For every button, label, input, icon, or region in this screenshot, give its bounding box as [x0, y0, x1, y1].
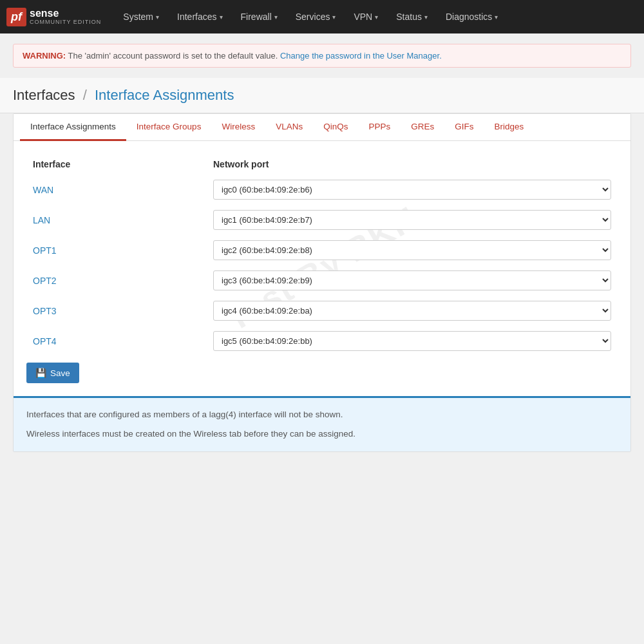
select-opt4[interactable]: igc5 (60:be:b4:09:2e:bb) — [213, 331, 611, 351]
page-header: Interfaces / Interface Assignments — [0, 78, 644, 113]
tab-gres[interactable]: GREs — [401, 114, 444, 141]
tab-qinqs[interactable]: QinQs — [313, 114, 358, 141]
table-row: OPT3igc4 (60:be:b4:09:2e:ba) — [26, 296, 618, 326]
table-area-wrap: Test By BKH Interface Network port WANig… — [14, 141, 630, 396]
interface-name-opt3[interactable]: OPT3 — [26, 296, 207, 326]
save-label: Save — [50, 368, 70, 378]
table-row: LANigc1 (60:be:b4:09:2e:b7) — [26, 205, 618, 235]
save-icon: 💾 — [35, 368, 46, 378]
nav-item-system[interactable]: System ▾ — [114, 0, 168, 33]
brand-name: sense — [30, 8, 101, 19]
chevron-down-icon: ▾ — [332, 14, 336, 21]
interface-table: Interface Network port WANigc0 (60:be:b4… — [26, 154, 618, 356]
table-row: OPT2igc3 (60:be:b4:09:2e:b9) — [26, 265, 618, 296]
tab-interface-assignments[interactable]: Interface Assignments — [20, 114, 126, 141]
save-button[interactable]: 💾 Save — [26, 363, 79, 383]
interface-name-lan[interactable]: LAN — [26, 205, 207, 235]
main-content: Interface Assignments Interface Groups W… — [13, 113, 631, 452]
logo-pf: pf — [6, 8, 26, 26]
table-row: OPT1igc2 (60:be:b4:09:2e:b8) — [26, 235, 618, 265]
network-port-select-lan: igc1 (60:be:b4:09:2e:b7) — [207, 205, 618, 235]
select-wan[interactable]: igc0 (60:be:b4:09:2e:b6) — [213, 180, 611, 200]
info-box: Interfaces that are configured as member… — [14, 396, 630, 451]
breadcrumb-root: Interfaces — [13, 87, 75, 103]
interface-name-wan[interactable]: WAN — [26, 175, 207, 205]
nav-menu: System ▾ Interfaces ▾ Firewall ▾ Service… — [114, 0, 507, 33]
warning-link[interactable]: Change the password in the User Manager. — [280, 51, 442, 61]
tab-interface-groups[interactable]: Interface Groups — [126, 114, 212, 141]
network-port-select-opt3: igc4 (60:be:b4:09:2e:ba) — [207, 296, 618, 326]
select-opt3[interactable]: igc4 (60:be:b4:09:2e:ba) — [213, 301, 611, 321]
network-port-select-opt2: igc3 (60:be:b4:09:2e:b9) — [207, 265, 618, 296]
chevron-down-icon: ▾ — [375, 14, 378, 21]
tab-bridges[interactable]: Bridges — [484, 114, 534, 141]
interface-name-opt1[interactable]: OPT1 — [26, 235, 207, 265]
select-opt2[interactable]: igc3 (60:be:b4:09:2e:b9) — [213, 270, 611, 290]
brand: pf sense COMMUNITY EDITION — [6, 8, 101, 26]
chevron-down-icon: ▾ — [156, 14, 159, 21]
breadcrumb-current: Interface Assignments — [95, 87, 234, 103]
breadcrumb-separator: / — [83, 87, 87, 103]
nav-item-firewall[interactable]: Firewall ▾ — [232, 0, 287, 33]
network-port-select-wan: igc0 (60:be:b4:09:2e:b6) — [207, 175, 618, 205]
interface-name-opt4[interactable]: OPT4 — [26, 326, 207, 356]
warning-banner: WARNING: The 'admin' account password is… — [13, 44, 631, 68]
tab-gifs[interactable]: GIFs — [444, 114, 484, 141]
table-row: OPT4igc5 (60:be:b4:09:2e:bb) — [26, 326, 618, 356]
interface-table-area: Interface Network port WANigc0 (60:be:b4… — [14, 141, 630, 396]
tab-ppps[interactable]: PPPs — [358, 114, 401, 141]
col-header-network-port: Network port — [207, 154, 618, 175]
nav-item-vpn[interactable]: VPN ▾ — [345, 0, 387, 33]
brand-edition: COMMUNITY EDITION — [30, 19, 101, 25]
col-header-interface: Interface — [26, 154, 207, 175]
chevron-down-icon: ▾ — [220, 14, 223, 21]
warning-label: WARNING: — [23, 51, 66, 61]
chevron-down-icon: ▾ — [495, 14, 498, 21]
chevron-down-icon: ▾ — [424, 14, 428, 21]
interface-name-opt2[interactable]: OPT2 — [26, 265, 207, 296]
table-row: WANigc0 (60:be:b4:09:2e:b6) — [26, 175, 618, 205]
warning-message: The 'admin' account password is set to t… — [66, 51, 280, 61]
select-lan[interactable]: igc1 (60:be:b4:09:2e:b7) — [213, 210, 611, 230]
tab-bar: Interface Assignments Interface Groups W… — [14, 114, 630, 141]
select-opt1[interactable]: igc2 (60:be:b4:09:2e:b8) — [213, 240, 611, 260]
info-line-2: Wireless interfaces must be created on t… — [26, 428, 618, 440]
navbar: pf sense COMMUNITY EDITION System ▾ Inte… — [0, 0, 644, 33]
info-line-1: Interfaces that are configured as member… — [26, 408, 618, 421]
nav-item-diagnostics[interactable]: Diagnostics ▾ — [437, 0, 507, 33]
tab-vlans[interactable]: VLANs — [265, 114, 313, 141]
nav-item-services[interactable]: Services ▾ — [287, 0, 345, 33]
tab-wireless[interactable]: Wireless — [211, 114, 265, 141]
network-port-select-opt1: igc2 (60:be:b4:09:2e:b8) — [207, 235, 618, 265]
nav-item-interfaces[interactable]: Interfaces ▾ — [168, 0, 231, 33]
network-port-select-opt4: igc5 (60:be:b4:09:2e:bb) — [207, 326, 618, 356]
chevron-down-icon: ▾ — [274, 14, 278, 21]
nav-item-status[interactable]: Status ▾ — [387, 0, 437, 33]
